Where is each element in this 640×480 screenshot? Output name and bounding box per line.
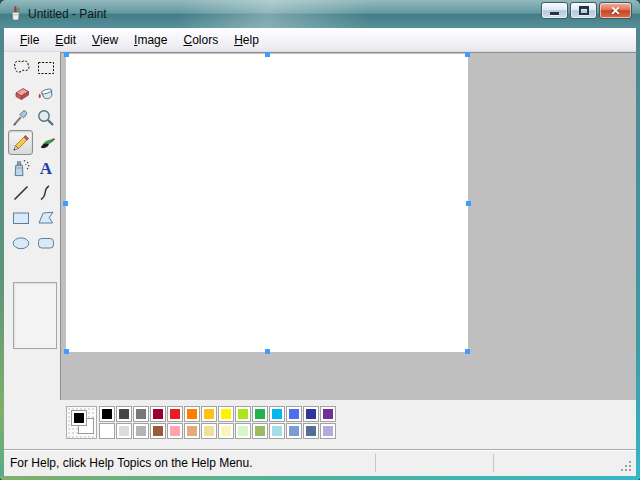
paint-canvas[interactable] (66, 54, 468, 352)
foreground-color-swatch (71, 410, 87, 426)
fill-with-color-icon (35, 82, 57, 104)
canvas-resize-handle-bottom-center[interactable] (265, 349, 270, 354)
tool-fill-with-color-button[interactable] (33, 80, 58, 105)
color-swatch[interactable] (167, 406, 183, 422)
menu-bar: FileEditViewImageColorsHelp (4, 28, 636, 52)
color-swatch[interactable] (150, 406, 166, 422)
color-swatch[interactable] (133, 423, 149, 439)
tool-airbrush-button[interactable] (8, 155, 33, 180)
color-swatch[interactable] (201, 423, 217, 439)
free-form-select-icon (10, 57, 32, 79)
color-swatch[interactable] (269, 423, 285, 439)
close-button[interactable]: ✕ (599, 2, 632, 19)
window-title: Untitled - Paint (28, 7, 107, 21)
status-separator (493, 454, 494, 472)
canvas-resize-handle-top-right[interactable] (465, 52, 470, 57)
rounded-rectangle-icon (35, 232, 57, 254)
maximize-icon (579, 6, 589, 15)
canvas-resize-handle-bottom-left[interactable] (64, 349, 69, 354)
status-bar: For Help, click Help Topics on the Help … (4, 449, 636, 476)
tool-ellipse-button[interactable] (8, 230, 33, 255)
color-swatch[interactable] (184, 406, 200, 422)
color-palette (99, 406, 336, 439)
text-icon (35, 157, 57, 179)
ellipse-icon (10, 232, 32, 254)
color-swatch[interactable] (99, 423, 115, 439)
tool-select-button[interactable] (33, 55, 58, 80)
pick-color-icon (10, 107, 32, 129)
work-area (60, 52, 636, 400)
pencil-icon (10, 132, 32, 154)
client-area: FileEditViewImageColorsHelp For Help, cl… (4, 28, 636, 476)
color-swatch[interactable] (167, 423, 183, 439)
tool-pencil-button[interactable] (8, 130, 33, 155)
color-swatch[interactable] (286, 423, 302, 439)
window-controls: ✕ (541, 2, 632, 19)
tool-free-form-select-button[interactable] (8, 55, 33, 80)
tool-polygon-button[interactable] (33, 205, 58, 230)
airbrush-icon (10, 157, 32, 179)
color-swatch[interactable] (184, 423, 200, 439)
color-swatch[interactable] (286, 406, 302, 422)
canvas-resize-handle-middle-left[interactable] (63, 201, 68, 206)
current-colors-indicator (66, 406, 97, 439)
menu-view[interactable]: View (84, 28, 126, 51)
tool-line-button[interactable] (8, 180, 33, 205)
tool-box (4, 52, 60, 400)
tool-options-box (13, 282, 57, 349)
color-swatch[interactable] (150, 423, 166, 439)
color-swatch[interactable] (252, 406, 268, 422)
rectangle-icon (10, 207, 32, 229)
curve-icon (35, 182, 57, 204)
menu-file[interactable]: File (12, 28, 47, 51)
title-bar[interactable]: Untitled - Paint ✕ (0, 0, 640, 28)
canvas-resize-handle-bottom-right[interactable] (465, 349, 470, 354)
tool-pick-color-button[interactable] (8, 105, 33, 130)
color-swatch[interactable] (303, 423, 319, 439)
canvas-resize-handle-top-center[interactable] (265, 52, 270, 57)
color-swatch[interactable] (218, 406, 234, 422)
window-border-bottom (0, 476, 640, 480)
eraser-icon (10, 82, 32, 104)
brush-icon (35, 132, 57, 154)
select-icon (35, 57, 57, 79)
color-swatch[interactable] (269, 406, 285, 422)
tool-magnifier-button[interactable] (33, 105, 58, 130)
color-swatch[interactable] (116, 423, 132, 439)
tool-eraser-button[interactable] (8, 80, 33, 105)
menu-colors[interactable]: Colors (175, 28, 226, 51)
resize-grip-icon[interactable] (621, 461, 623, 463)
color-swatch[interactable] (235, 423, 251, 439)
color-swatch[interactable] (218, 423, 234, 439)
minimize-icon (550, 12, 559, 15)
line-icon (10, 182, 32, 204)
status-separator (375, 454, 376, 472)
color-swatch[interactable] (303, 406, 319, 422)
color-swatch[interactable] (201, 406, 217, 422)
tool-rectangle-button[interactable] (8, 205, 33, 230)
color-swatch[interactable] (99, 406, 115, 422)
tool-grid (8, 55, 58, 255)
canvas-resize-handle-top-left[interactable] (64, 52, 69, 57)
status-text: For Help, click Help Topics on the Help … (10, 456, 253, 470)
minimize-button[interactable] (541, 2, 568, 19)
menu-help[interactable]: Help (226, 28, 267, 51)
tool-rounded-rectangle-button[interactable] (33, 230, 58, 255)
tool-brush-button[interactable] (33, 130, 58, 155)
magnifier-icon (35, 107, 57, 129)
tool-curve-button[interactable] (33, 180, 58, 205)
menu-image[interactable]: Image (126, 28, 175, 51)
menu-edit[interactable]: Edit (47, 28, 84, 51)
color-swatch[interactable] (235, 406, 251, 422)
maximize-button[interactable] (570, 2, 597, 19)
color-swatch[interactable] (252, 423, 268, 439)
canvas-resize-handle-middle-right[interactable] (466, 201, 471, 206)
color-swatch[interactable] (133, 406, 149, 422)
color-swatch[interactable] (320, 406, 336, 422)
tool-text-button[interactable] (33, 155, 58, 180)
paint-window: Untitled - Paint ✕ FileEditViewImageColo… (0, 0, 640, 480)
paint-app-icon (7, 5, 24, 22)
color-swatch[interactable] (116, 406, 132, 422)
color-swatch[interactable] (320, 423, 336, 439)
close-icon: ✕ (610, 5, 620, 17)
